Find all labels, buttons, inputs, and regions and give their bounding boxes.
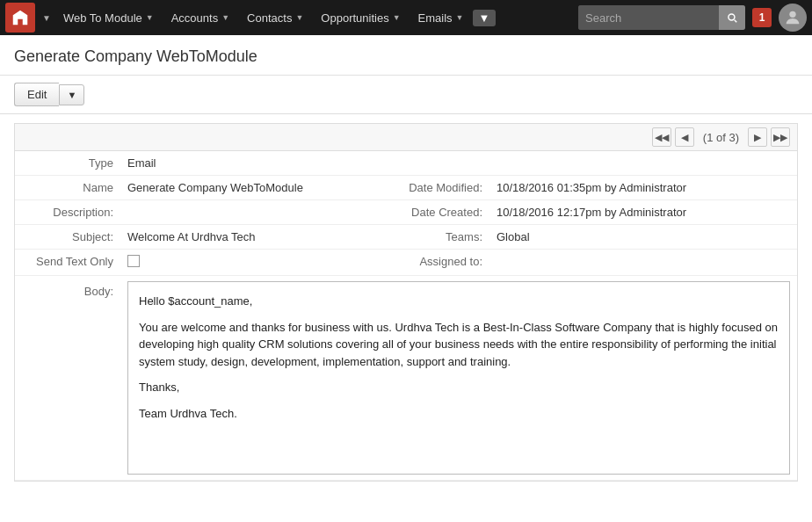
body-label: Body: (15, 276, 120, 481)
body-line-1: Hello $account_name, (139, 293, 779, 310)
toolbar: Edit ▼ (0, 76, 812, 114)
assigned-to-label: Assigned to: (384, 250, 489, 276)
body-row: Body: Hello $account_name, You are welco… (15, 276, 797, 481)
date-created-label: Date Created: (384, 200, 489, 225)
nav-item-contacts[interactable]: Contacts ▼ (238, 0, 312, 35)
svg-point-1 (789, 11, 795, 18)
last-record-button[interactable]: ▶▶ (771, 127, 790, 147)
body-container: Hello $account_name, You are welcome and… (120, 276, 797, 481)
nav-item-web-to-module[interactable]: Web To Module ▼ (54, 0, 163, 35)
chevron-down-icon: ▼ (393, 13, 401, 22)
description-label: Description: (15, 200, 120, 225)
description-value (120, 200, 384, 225)
next-record-button[interactable]: ▶ (748, 127, 767, 147)
body-line-2: You are welcome and thanks for business … (139, 319, 779, 371)
date-created-value: 10/18/2016 12:17pm by Administrator (489, 200, 797, 225)
first-record-button[interactable]: ◀◀ (652, 127, 671, 147)
edit-dropdown-button[interactable]: ▼ (59, 84, 84, 105)
send-text-row: Send Text Only Assigned to: (15, 250, 797, 276)
nav-item-opportunities[interactable]: Opportunities ▼ (312, 0, 409, 35)
nav-item-accounts[interactable]: Accounts ▼ (163, 0, 238, 35)
fields-table: Type Email Name Generate Company WebToMo… (15, 151, 797, 481)
logo-dropdown-arrow[interactable]: ▼ (39, 13, 54, 23)
send-text-only-checkbox[interactable] (127, 255, 140, 267)
chevron-down-icon: ▼ (456, 13, 464, 22)
chevron-down-icon: ▼ (146, 13, 154, 22)
teams-value: Global (489, 225, 797, 250)
user-avatar[interactable] (779, 4, 807, 32)
date-modified-value: 10/18/2016 01:35pm by Administrator (489, 176, 797, 200)
record-navigation: ◀◀ ◀ (1 of 3) ▶ ▶▶ (15, 124, 797, 151)
search-input[interactable] (578, 5, 719, 30)
name-row: Name Generate Company WebToModule Date M… (15, 176, 797, 200)
prev-record-button[interactable]: ◀ (675, 127, 694, 147)
send-text-only-value (120, 250, 384, 276)
page-title: Generate Company WebToModule (0, 35, 812, 76)
record-section: ◀◀ ◀ (1 of 3) ▶ ▶▶ Type Email Name Gener… (14, 123, 798, 482)
nav-item-emails[interactable]: Emails ▼ (410, 0, 473, 35)
name-value: Generate Company WebToModule (120, 176, 384, 200)
svg-marker-0 (13, 11, 28, 25)
body-content: Hello $account_name, You are welcome and… (127, 281, 790, 475)
notification-badge[interactable]: 1 (752, 8, 772, 27)
assigned-to-value (489, 250, 797, 276)
body-line-3: Thanks, (139, 379, 779, 396)
type-row: Type Email (15, 151, 797, 176)
subject-row: Subject: Welcome At Urdhva Tech Teams: G… (15, 225, 797, 250)
pagination-text: (1 of 3) (698, 131, 744, 144)
body-line-4: Team Urdhva Tech. (139, 405, 779, 423)
search-button[interactable] (719, 5, 745, 30)
search-bar (578, 5, 745, 30)
send-text-only-label: Send Text Only (15, 250, 120, 276)
teams-label: Teams: (384, 225, 489, 250)
description-row: Description: Date Created: 10/18/2016 12… (15, 200, 797, 225)
edit-button[interactable]: Edit (14, 83, 59, 106)
nav-more-button[interactable]: ▼ (473, 10, 497, 26)
date-modified-label: Date Modified: (384, 176, 489, 200)
type-value: Email (120, 151, 797, 176)
name-label: Name (15, 176, 120, 200)
top-navigation: ▼ Web To Module ▼ Accounts ▼ Contacts ▼ … (0, 0, 812, 35)
app-logo[interactable] (5, 3, 35, 33)
type-label: Type (15, 151, 120, 176)
subject-value: Welcome At Urdhva Tech (120, 225, 384, 250)
chevron-down-icon: ▼ (221, 13, 229, 22)
page-container: Generate Company WebToModule Edit ▼ ◀◀ ◀… (0, 35, 812, 522)
chevron-down-icon: ▼ (295, 13, 303, 22)
subject-label: Subject: (15, 225, 120, 250)
